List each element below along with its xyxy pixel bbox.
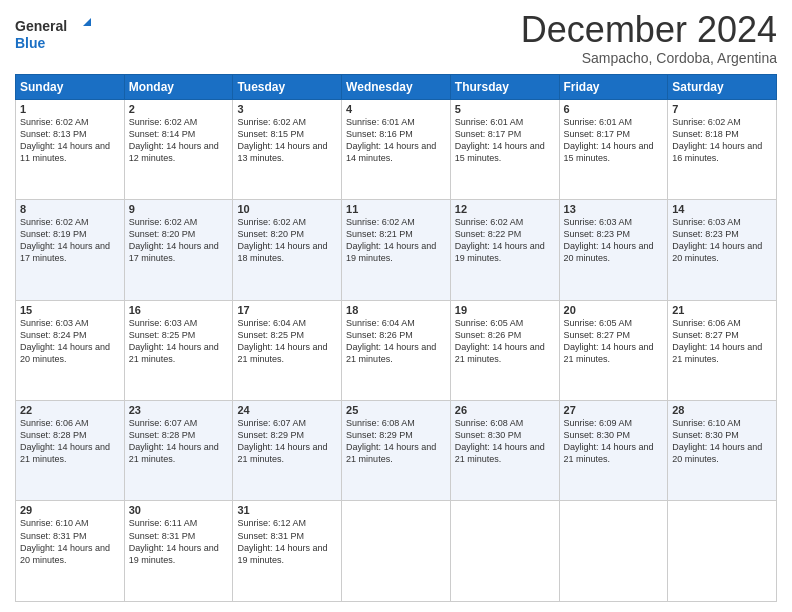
svg-text:Blue: Blue [15,35,46,51]
day-info: Sunrise: 6:02 AMSunset: 8:14 PMDaylight:… [129,117,219,163]
table-row: 21 Sunrise: 6:06 AMSunset: 8:27 PMDaylig… [668,300,777,400]
day-number: 15 [20,304,120,316]
table-row: 19 Sunrise: 6:05 AMSunset: 8:26 PMDaylig… [450,300,559,400]
table-row [342,501,451,602]
table-row: 5 Sunrise: 6:01 AMSunset: 8:17 PMDayligh… [450,99,559,199]
day-number: 2 [129,103,229,115]
day-number: 9 [129,203,229,215]
day-info: Sunrise: 6:02 AMSunset: 8:18 PMDaylight:… [672,117,762,163]
table-row: 26 Sunrise: 6:08 AMSunset: 8:30 PMDaylig… [450,401,559,501]
day-number: 6 [564,103,664,115]
table-row: 29 Sunrise: 6:10 AMSunset: 8:31 PMDaylig… [16,501,125,602]
table-row: 28 Sunrise: 6:10 AMSunset: 8:30 PMDaylig… [668,401,777,501]
day-info: Sunrise: 6:03 AMSunset: 8:25 PMDaylight:… [129,318,219,364]
day-number: 17 [237,304,337,316]
logo-svg: General Blue [15,14,95,54]
day-number: 30 [129,504,229,516]
day-info: Sunrise: 6:01 AMSunset: 8:16 PMDaylight:… [346,117,436,163]
table-row [559,501,668,602]
day-info: Sunrise: 6:02 AMSunset: 8:20 PMDaylight:… [237,217,327,263]
day-number: 13 [564,203,664,215]
calendar-week-row: 29 Sunrise: 6:10 AMSunset: 8:31 PMDaylig… [16,501,777,602]
day-info: Sunrise: 6:02 AMSunset: 8:20 PMDaylight:… [129,217,219,263]
col-wednesday: Wednesday [342,74,451,99]
table-row: 18 Sunrise: 6:04 AMSunset: 8:26 PMDaylig… [342,300,451,400]
day-info: Sunrise: 6:08 AMSunset: 8:30 PMDaylight:… [455,418,545,464]
calendar-week-row: 1 Sunrise: 6:02 AMSunset: 8:13 PMDayligh… [16,99,777,199]
day-info: Sunrise: 6:08 AMSunset: 8:29 PMDaylight:… [346,418,436,464]
col-thursday: Thursday [450,74,559,99]
day-info: Sunrise: 6:01 AMSunset: 8:17 PMDaylight:… [455,117,545,163]
calendar-week-row: 22 Sunrise: 6:06 AMSunset: 8:28 PMDaylig… [16,401,777,501]
table-row: 22 Sunrise: 6:06 AMSunset: 8:28 PMDaylig… [16,401,125,501]
day-number: 26 [455,404,555,416]
day-info: Sunrise: 6:04 AMSunset: 8:25 PMDaylight:… [237,318,327,364]
table-row: 4 Sunrise: 6:01 AMSunset: 8:16 PMDayligh… [342,99,451,199]
day-number: 11 [346,203,446,215]
day-info: Sunrise: 6:03 AMSunset: 8:23 PMDaylight:… [672,217,762,263]
day-info: Sunrise: 6:05 AMSunset: 8:26 PMDaylight:… [455,318,545,364]
day-info: Sunrise: 6:02 AMSunset: 8:15 PMDaylight:… [237,117,327,163]
table-row: 31 Sunrise: 6:12 AMSunset: 8:31 PMDaylig… [233,501,342,602]
day-number: 19 [455,304,555,316]
day-info: Sunrise: 6:02 AMSunset: 8:22 PMDaylight:… [455,217,545,263]
table-row: 7 Sunrise: 6:02 AMSunset: 8:18 PMDayligh… [668,99,777,199]
page: General Blue December 2024 Sampacho, Cor… [0,0,792,612]
table-row: 16 Sunrise: 6:03 AMSunset: 8:25 PMDaylig… [124,300,233,400]
day-number: 8 [20,203,120,215]
day-number: 16 [129,304,229,316]
day-number: 12 [455,203,555,215]
day-info: Sunrise: 6:09 AMSunset: 8:30 PMDaylight:… [564,418,654,464]
day-number: 5 [455,103,555,115]
table-row: 8 Sunrise: 6:02 AMSunset: 8:19 PMDayligh… [16,200,125,300]
table-row: 11 Sunrise: 6:02 AMSunset: 8:21 PMDaylig… [342,200,451,300]
month-title: December 2024 [521,10,777,50]
day-info: Sunrise: 6:02 AMSunset: 8:19 PMDaylight:… [20,217,110,263]
day-info: Sunrise: 6:10 AMSunset: 8:30 PMDaylight:… [672,418,762,464]
day-info: Sunrise: 6:10 AMSunset: 8:31 PMDaylight:… [20,518,110,564]
day-number: 3 [237,103,337,115]
day-info: Sunrise: 6:01 AMSunset: 8:17 PMDaylight:… [564,117,654,163]
day-number: 1 [20,103,120,115]
day-number: 7 [672,103,772,115]
day-info: Sunrise: 6:11 AMSunset: 8:31 PMDaylight:… [129,518,219,564]
day-number: 10 [237,203,337,215]
table-row: 2 Sunrise: 6:02 AMSunset: 8:14 PMDayligh… [124,99,233,199]
svg-marker-2 [83,18,91,26]
day-number: 25 [346,404,446,416]
col-friday: Friday [559,74,668,99]
day-number: 18 [346,304,446,316]
logo: General Blue [15,14,95,54]
table-row: 10 Sunrise: 6:02 AMSunset: 8:20 PMDaylig… [233,200,342,300]
table-row: 24 Sunrise: 6:07 AMSunset: 8:29 PMDaylig… [233,401,342,501]
day-number: 29 [20,504,120,516]
calendar-week-row: 8 Sunrise: 6:02 AMSunset: 8:19 PMDayligh… [16,200,777,300]
day-number: 27 [564,404,664,416]
day-number: 23 [129,404,229,416]
location-subtitle: Sampacho, Cordoba, Argentina [521,50,777,66]
day-info: Sunrise: 6:03 AMSunset: 8:24 PMDaylight:… [20,318,110,364]
calendar-header-row: Sunday Monday Tuesday Wednesday Thursday… [16,74,777,99]
day-info: Sunrise: 6:02 AMSunset: 8:13 PMDaylight:… [20,117,110,163]
day-number: 14 [672,203,772,215]
day-number: 24 [237,404,337,416]
day-number: 31 [237,504,337,516]
table-row: 17 Sunrise: 6:04 AMSunset: 8:25 PMDaylig… [233,300,342,400]
day-info: Sunrise: 6:02 AMSunset: 8:21 PMDaylight:… [346,217,436,263]
day-number: 28 [672,404,772,416]
day-number: 20 [564,304,664,316]
table-row: 6 Sunrise: 6:01 AMSunset: 8:17 PMDayligh… [559,99,668,199]
table-row: 9 Sunrise: 6:02 AMSunset: 8:20 PMDayligh… [124,200,233,300]
svg-text:General: General [15,18,67,34]
table-row: 14 Sunrise: 6:03 AMSunset: 8:23 PMDaylig… [668,200,777,300]
title-block: December 2024 Sampacho, Cordoba, Argenti… [521,10,777,66]
table-row: 23 Sunrise: 6:07 AMSunset: 8:28 PMDaylig… [124,401,233,501]
col-saturday: Saturday [668,74,777,99]
day-info: Sunrise: 6:07 AMSunset: 8:29 PMDaylight:… [237,418,327,464]
col-monday: Monday [124,74,233,99]
table-row: 12 Sunrise: 6:02 AMSunset: 8:22 PMDaylig… [450,200,559,300]
day-info: Sunrise: 6:07 AMSunset: 8:28 PMDaylight:… [129,418,219,464]
day-number: 21 [672,304,772,316]
col-sunday: Sunday [16,74,125,99]
col-tuesday: Tuesday [233,74,342,99]
